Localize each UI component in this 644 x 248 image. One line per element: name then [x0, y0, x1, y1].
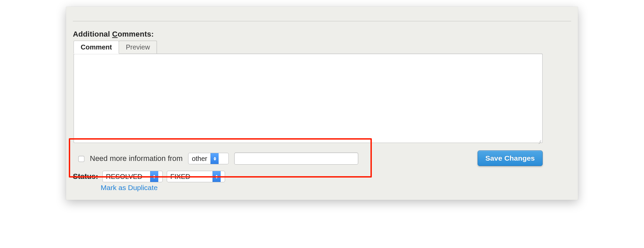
- save-changes-button[interactable]: Save Changes: [478, 150, 543, 166]
- select-value: FIXED: [167, 173, 213, 181]
- needinfo-from-input[interactable]: [234, 152, 358, 165]
- needinfo-label: Need more information from: [90, 154, 183, 163]
- select-value: other: [188, 155, 211, 163]
- status-select[interactable]: RESOLVED: [102, 171, 163, 182]
- heading-accesskey: C: [112, 30, 118, 38]
- mark-as-duplicate-link[interactable]: Mark as Duplicate: [101, 184, 158, 192]
- status-label: Status:: [73, 172, 98, 181]
- resolution-select[interactable]: FIXED: [167, 171, 225, 182]
- heading-part: Additional: [73, 30, 112, 38]
- tab-preview[interactable]: Preview: [119, 41, 157, 54]
- needinfo-from-select[interactable]: other: [188, 153, 229, 164]
- status-row: Status: RESOLVED FIXED: [73, 171, 225, 182]
- additional-comments-heading: Additional Comments:: [73, 30, 154, 39]
- select-arrows-icon: [150, 171, 158, 182]
- comment-textarea[interactable]: [74, 54, 542, 143]
- select-arrows-icon: [210, 153, 219, 164]
- comment-textarea-wrap: [74, 54, 543, 143]
- select-arrows-icon: [213, 171, 221, 182]
- needinfo-row: Need more information from other: [78, 152, 358, 165]
- needinfo-checkbox[interactable]: [78, 156, 84, 162]
- heading-part: omments:: [118, 30, 154, 38]
- comment-tabs: Comment Preview: [74, 41, 157, 54]
- select-value: RESOLVED: [103, 173, 150, 181]
- bug-edit-panel: Additional Comments: Comment Preview Nee…: [66, 7, 578, 200]
- tab-comment[interactable]: Comment: [74, 41, 119, 54]
